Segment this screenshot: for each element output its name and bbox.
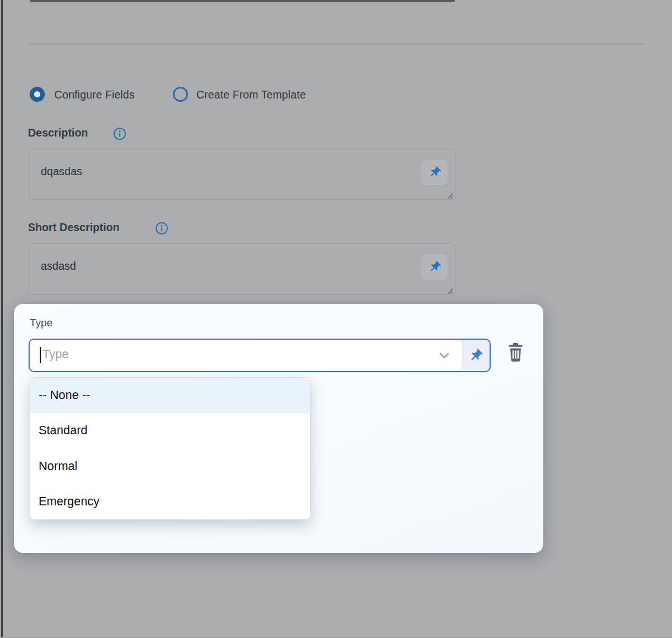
section-divider [29,44,645,45]
type-field-card: Type Type [14,304,543,553]
type-pin-button[interactable] [462,340,490,371]
text-caret [40,347,41,363]
dropdown-option-none[interactable]: -- None -- [30,378,310,413]
description-textarea[interactable]: dqasdas [28,149,456,200]
trash-icon [507,343,524,362]
dropdown-option-normal[interactable]: Normal [30,449,310,484]
panel-left-edge [1,0,3,638]
short-description-pin-button[interactable] [421,254,448,280]
short-description-label: Short Description [28,221,120,234]
description-pin-button[interactable] [421,159,448,186]
type-placeholder: Type [43,348,69,362]
type-combobox-group: Type [29,339,491,372]
modal-top-edge [30,0,455,2]
dropdown-option-emergency[interactable]: Emergency [30,484,310,519]
pushpin-icon [425,163,444,182]
screen: Configure Fields Create From Template De… [0,0,672,638]
pushpin-icon [465,345,486,366]
short-description-value: asdasd [41,260,76,272]
delete-field-button[interactable] [505,341,525,363]
type-dropdown-menu: -- None -- Standard Normal Emergency [30,377,311,520]
radio-create-from-template-label[interactable]: Create From Template [196,88,306,101]
radio-configure-fields[interactable] [30,87,45,102]
resize-grip-icon[interactable] [444,285,453,294]
pushpin-icon [425,257,444,276]
radio-configure-fields-label[interactable]: Configure Fields [54,88,135,101]
dropdown-option-standard[interactable]: Standard [30,413,310,448]
description-value: dqasdas [41,165,82,177]
radio-create-from-template[interactable] [173,87,188,102]
description-label: Description [28,126,88,139]
type-combobox-input[interactable]: Type [30,340,462,371]
info-icon[interactable] [155,222,168,235]
short-description-textarea[interactable]: asdasd [28,243,456,295]
chevron-down-icon[interactable] [439,353,449,359]
info-icon[interactable] [113,127,126,140]
type-label: Type [30,317,53,329]
resize-grip-icon[interactable] [444,190,453,199]
